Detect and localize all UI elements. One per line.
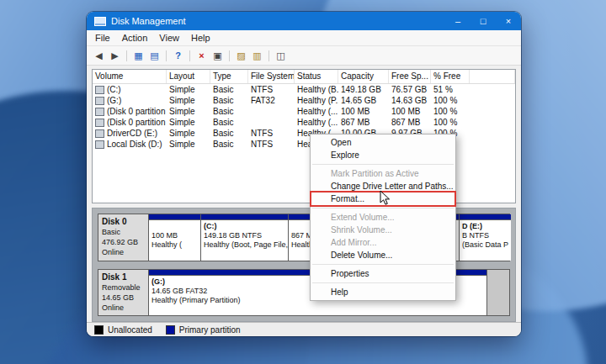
cell-percent-free: 100 % — [431, 106, 470, 117]
cell-type: Basic — [210, 117, 248, 128]
cell-volume: (C:) — [107, 84, 121, 95]
menu-item-extend-volume: Extend Volume... — [311, 211, 455, 224]
disk-0-label[interactable]: Disk 0 Basic 476.92 GB Online — [98, 214, 149, 261]
cell-type: Basic — [210, 128, 248, 139]
menu-action[interactable]: Action — [116, 31, 154, 45]
table-row[interactable]: (Disk 0 partition 1) Simple Basic Health… — [93, 106, 515, 117]
menu-separator — [312, 164, 454, 165]
header-layout[interactable]: Layout — [167, 70, 210, 83]
menu-item-change-drive-letter[interactable]: Change Drive Letter and Paths... — [311, 180, 455, 193]
app-icon — [94, 17, 106, 26]
mount-drive-icon[interactable]: ▥ — [250, 49, 264, 63]
primary-partition-color-bar — [149, 214, 200, 220]
header-capacity[interactable]: Capacity — [338, 70, 389, 83]
volume-icon — [95, 97, 104, 105]
toolbar-separator — [126, 50, 127, 61]
table-row[interactable]: (Disk 0 partition 4) Simple Basic Health… — [93, 117, 515, 128]
cell-file-system: NTFS — [248, 84, 295, 95]
menu-item-explore[interactable]: Explore — [311, 149, 455, 161]
header-file-system[interactable]: File System — [248, 70, 295, 83]
new-volume-icon[interactable]: ◫ — [274, 49, 288, 63]
cell-free-space: 867 MB — [389, 117, 431, 128]
empty-track — [487, 270, 509, 316]
header-status[interactable]: Status — [295, 70, 338, 83]
volume-icon — [95, 86, 104, 94]
action-pane-icon[interactable]: ▤ — [147, 49, 162, 63]
table-row[interactable]: (G:) Simple Basic FAT32 Healthy (P... 14… — [93, 95, 515, 106]
window-controls: – □ × — [445, 12, 521, 30]
menu-item-add-mirror: Add Mirror... — [311, 236, 455, 249]
cell-volume: DriverCD (E:) — [107, 128, 157, 139]
partition-c[interactable]: (C:) 149.18 GB NTFS Healthy (Boot, Page … — [201, 214, 289, 261]
minimize-button[interactable]: – — [445, 12, 470, 30]
title-bar[interactable]: Disk Management – □ × — [87, 12, 521, 30]
cell-file-system — [248, 106, 295, 117]
menu-bar: File Action View Help — [87, 30, 521, 46]
back-icon[interactable]: ◀ — [92, 49, 106, 63]
legend-unallocated: Unallocated — [94, 325, 152, 335]
toolbar-separator — [189, 50, 190, 61]
disk-status: Online — [102, 303, 145, 313]
cell-capacity: 100 MB — [338, 106, 389, 117]
toolbar-separator — [268, 50, 269, 61]
disk-status: Online — [102, 247, 145, 257]
properties-icon[interactable]: ▣ — [210, 49, 225, 63]
cell-file-system: FAT32 — [248, 95, 295, 106]
help-icon[interactable]: ? — [171, 49, 185, 63]
menu-separator — [312, 208, 454, 208]
table-row[interactable]: (C:) Simple Basic NTFS Healthy (B... 149… — [93, 84, 515, 95]
menu-file[interactable]: File — [89, 31, 116, 45]
header-volume[interactable]: Volume — [93, 70, 167, 83]
disk-kind: Basic — [102, 227, 145, 237]
cell-status: Healthy (P... — [295, 95, 338, 106]
close-button[interactable]: × — [496, 12, 521, 30]
cell-status: Healthy (... — [295, 106, 338, 117]
disk-name: Disk 1 — [102, 272, 145, 282]
menu-item-format[interactable]: Format... — [311, 193, 455, 205]
legend-unallocated-label: Unallocated — [108, 325, 152, 335]
legend-primary-partition: Primary partition — [166, 325, 241, 335]
cell-capacity: 149.18 GB — [338, 84, 389, 95]
maximize-button[interactable]: □ — [470, 12, 496, 30]
partition-title: D (E:) — [462, 222, 508, 231]
header-filler — [470, 70, 515, 83]
list-header: Volume Layout Type File System Status Ca… — [93, 70, 515, 84]
menu-item-properties[interactable]: Properties — [311, 267, 455, 280]
header-free-space[interactable]: Free Sp... — [389, 70, 431, 83]
open-folder-icon[interactable]: ▨ — [234, 49, 248, 63]
cell-layout: Simple — [167, 106, 210, 117]
toolbar-separator — [166, 50, 167, 61]
partition-size: B NTFS — [462, 231, 508, 240]
volume-icon — [95, 108, 104, 116]
header-type[interactable]: Type — [210, 70, 248, 83]
partition-system-reserved[interactable]: 100 MB Healthy ( — [149, 214, 201, 261]
menu-separator — [312, 264, 454, 265]
primary-partition-swatch — [166, 325, 175, 335]
menu-item-open[interactable]: Open — [311, 136, 455, 149]
partition-status: (Basic Data P — [462, 240, 508, 250]
cell-free-space: 14.63 GB — [389, 95, 431, 106]
cell-free-space: 100 MB — [389, 106, 431, 117]
menu-item-delete-volume[interactable]: Delete Volume... — [311, 249, 455, 261]
console-tree-icon[interactable]: ▦ — [131, 49, 146, 63]
delete-volume-icon[interactable]: × — [194, 49, 209, 63]
forward-icon[interactable]: ▶ — [108, 49, 122, 63]
menu-view[interactable]: View — [153, 31, 185, 45]
disk-1-label[interactable]: Disk 1 Removable 14.65 GB Online — [98, 270, 149, 316]
partition-e[interactable]: D (E:) B NTFS (Basic Data P — [460, 214, 511, 261]
cell-percent-free: 100 % — [431, 117, 470, 128]
cell-percent-free: 51 % — [431, 84, 470, 95]
cell-volume: (Disk 0 partition 4) — [107, 117, 167, 128]
disk-kind: Removable — [102, 282, 145, 293]
header-percent-free[interactable]: % Free — [431, 70, 470, 83]
cell-layout: Simple — [167, 139, 210, 150]
cell-file-system — [248, 117, 295, 128]
disk-management-window: Disk Management – □ × File Action View H… — [87, 12, 521, 336]
partition-status: Healthy ( — [152, 240, 198, 250]
primary-partition-color-bar — [460, 214, 511, 220]
cell-volume: (Disk 0 partition 1) — [107, 106, 167, 117]
primary-partition-color-bar — [201, 214, 288, 220]
menu-item-help[interactable]: Help — [311, 286, 455, 298]
volume-icon — [95, 140, 104, 149]
menu-help[interactable]: Help — [185, 31, 216, 45]
